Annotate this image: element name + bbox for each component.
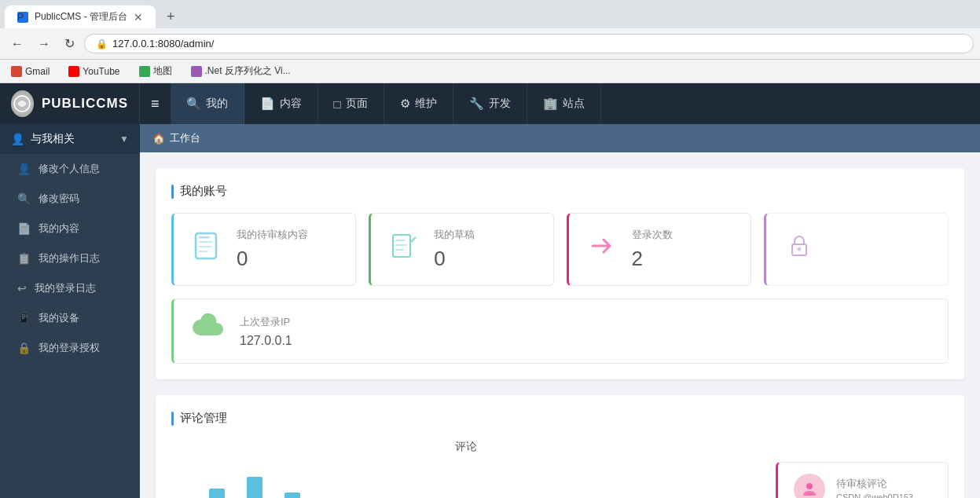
chart-bar-5 [247,477,262,498]
chart-title: 评论 [455,440,477,454]
login-count-card: 登录次数 2 [567,213,751,286]
pending-avatar [794,474,825,498]
nav-content-label: 内容 [280,97,302,111]
sidebar-item-my-login-log[interactable]: ↩ 我的登录日志 [0,273,140,303]
ip-card: 上次登录IP 127.0.0.1 [171,298,949,364]
auth-lock-icon: 🔒 [17,342,31,354]
sidebar-item-my-content[interactable]: 📄 我的内容 [0,214,140,244]
hamburger-button[interactable]: ≡ [140,93,171,115]
person-icon: 👤 [11,133,24,145]
svg-rect-3 [199,241,213,243]
csdn-badge: CSDN @web0D153 [836,493,913,498]
nav-item-maintain[interactable]: ⚙ 维护 [384,83,453,124]
nav-menu: 🔍 我的 📄 内容 □ 页面 ⚙ 维护 🔧 开发 🏢 站点 [171,83,980,124]
nav-item-page[interactable]: □ 页面 [318,83,384,124]
content-area: 🏠 工作台 我的账号 [140,124,980,498]
draft-label: 我的草稿 [434,228,475,242]
person-edit-icon: 👤 [17,163,31,175]
login-count-label: 登录次数 [632,228,673,242]
svg-rect-9 [396,249,404,251]
book-icon [191,230,222,269]
refresh-button[interactable]: ↻ [60,33,79,54]
pending-review-card: 我的待审核内容 0 [171,213,356,286]
gmail-favicon [11,66,22,77]
browser-chrome: P PublicCMS - 管理后台 ✕ + ← → ↻ 🔒 127.0.0.1… [0,0,980,83]
nav-item-content[interactable]: 📄 内容 [244,83,318,124]
svg-rect-7 [396,240,406,241]
comments-content: 评论 1 [171,440,949,498]
dotnet-favicon [191,66,202,77]
lock-card-icon [784,230,815,269]
comments-section: 评论管理 评论 [156,395,964,498]
sidebar-item-edit-profile[interactable]: 👤 修改个人信息 [0,154,140,184]
chevron-down-icon: ▼ [119,134,129,145]
tab-close-button[interactable]: ✕ [134,11,143,24]
bookmark-dotnet[interactable]: .Net 反序列化之 Vi... [186,63,295,79]
sidebar-my-auth-label: 我的登录授权 [39,341,100,355]
ip-card-row: 上次登录IP 127.0.0.1 [171,298,949,364]
active-tab[interactable]: P PublicCMS - 管理后台 ✕ [5,5,156,28]
breadcrumb-label: 工作台 [170,131,200,145]
svg-point-12 [806,483,813,489]
page-nav-icon: □ [334,97,341,111]
login-count-content: 登录次数 2 [632,228,673,271]
gmail-label: Gmail [25,66,50,77]
sidebar-item-my-auth[interactable]: 🔒 我的登录授权 [0,333,140,363]
nav-develop-label: 开发 [489,97,511,111]
lock-icon: 🔒 [96,38,108,49]
pending-comments-content: 待审核评论 CSDN @web0D153 [836,477,913,498]
maintain-nav-icon: ⚙ [400,97,410,111]
search-nav-icon: 🔍 [186,97,201,111]
comment-chart: 评论 1 [171,440,760,498]
sidebar-item-my-device[interactable]: 📱 我的设备 [0,303,140,333]
nav-item-mine[interactable]: 🔍 我的 [171,83,244,124]
logo-icon [11,90,34,117]
breadcrumb: 🏠 工作台 [152,131,200,145]
pending-review-label: 我的待审核内容 [237,228,308,242]
bookmark-gmail[interactable]: Gmail [6,64,54,79]
bookmark-youtube[interactable]: YouTube [64,64,124,79]
svg-point-11 [797,247,801,251]
chart-bar-7 [284,493,300,498]
svg-rect-2 [199,236,210,239]
sidebar-header[interactable]: 👤 与我相关 ▼ [0,124,140,154]
chart-bar-3 [209,489,225,498]
nav-item-site[interactable]: 🏢 站点 [527,83,601,124]
browser-toolbar: ← → ↻ 🔒 127.0.0.1:8080/admin/ [0,28,980,60]
login-log-icon: ↩ [17,282,27,295]
ip-value: 127.0.0.1 [240,334,292,348]
forward-button[interactable]: → [33,34,55,54]
locked-card [764,213,949,286]
top-nav: PUBLICCMS ≡ 🔍 我的 📄 内容 □ 页面 ⚙ 维护 🔧 开发 [0,83,980,124]
tab-bar: P PublicCMS - 管理后台 ✕ + [0,0,980,28]
svg-rect-8 [396,244,407,246]
edit-icon [388,230,420,269]
new-tab-button[interactable]: + [159,5,183,28]
account-section-title: 我的账号 [171,184,949,199]
address-bar[interactable]: 🔒 127.0.0.1:8080/admin/ [84,34,974,53]
app-wrapper: PUBLICCMS ≡ 🔍 我的 📄 内容 □ 页面 ⚙ 维护 🔧 开发 [0,83,980,498]
svg-rect-5 [199,251,208,252]
tab-favicon: P [17,12,28,23]
login-count-value: 2 [632,247,673,271]
nav-page-label: 页面 [346,97,368,111]
arrow-right-icon [586,230,618,269]
back-button[interactable]: ← [6,34,28,54]
account-title-text: 我的账号 [180,184,227,199]
home-icon: 🏠 [152,133,165,145]
nav-site-label: 站点 [563,97,585,111]
device-icon: 📱 [17,312,31,324]
youtube-label: YouTube [83,66,119,77]
site-nav-icon: 🏢 [543,97,558,111]
bookmark-maps[interactable]: 地图 [134,63,177,79]
logo-text: PUBLICCMS [42,96,128,112]
document-icon: 📄 [17,222,31,235]
sidebar-item-my-oplog[interactable]: 📋 我的操作日志 [0,244,140,273]
sidebar-item-change-password[interactable]: 🔍 修改密码 [0,184,140,214]
key-icon: 🔍 [17,192,31,205]
nav-item-develop[interactable]: 🔧 开发 [453,83,527,124]
dotnet-label: .Net 反序列化之 Vi... [205,64,291,78]
maps-label: 地图 [153,64,172,78]
draft-value: 0 [434,247,475,271]
page-content: 我的账号 [140,152,980,498]
